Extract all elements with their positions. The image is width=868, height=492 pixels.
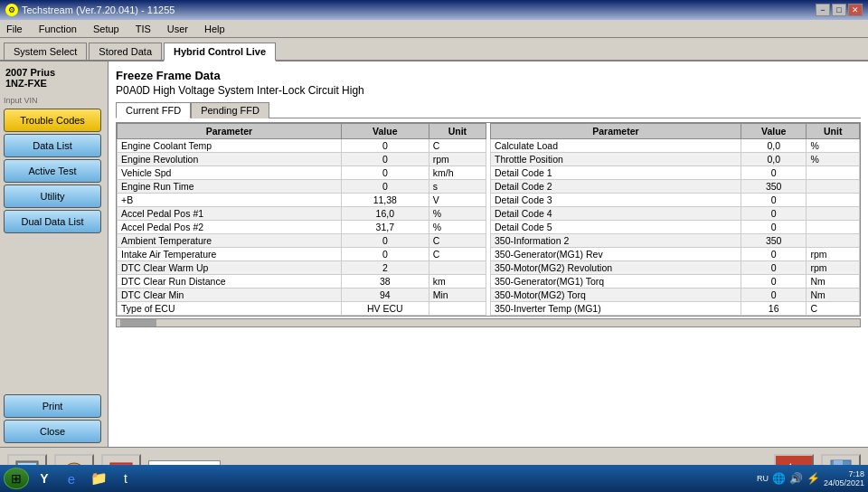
param-name: DTC Clear Min	[118, 289, 342, 302]
table-row: DTC Clear Warm Up2	[118, 261, 486, 275]
param-unit: Nm	[807, 275, 860, 289]
data-tables: Parameter Value Unit Engine Coolant Temp…	[116, 122, 861, 317]
param-value: 0	[341, 180, 429, 194]
param-value: 350	[741, 180, 807, 194]
start-button[interactable]: ⊞	[4, 468, 29, 489]
vehicle-engine: 1NZ-FXE	[5, 78, 102, 89]
param-name: Intake Air Temperature	[118, 248, 342, 261]
param-name: Engine Run Time	[118, 180, 342, 194]
param-unit: rpm	[429, 153, 486, 166]
param-value: 0	[741, 221, 807, 234]
taskbar-app-folder[interactable]: 📁	[87, 468, 110, 489]
horizontal-scrollbar[interactable]	[116, 318, 861, 327]
table-row: DTC Clear Min94Min	[118, 289, 486, 302]
ffd-tab-current[interactable]: Current FFD	[116, 102, 191, 118]
param-name: 350-Information 2	[491, 234, 741, 248]
minimize-button[interactable]: −	[816, 4, 830, 16]
ffd-tab-pending[interactable]: Pending FFD	[191, 102, 269, 118]
dtc-code: P0A0D High Voltage System Inter-Lock Cir…	[116, 84, 861, 97]
tab-system-select[interactable]: System Select	[4, 43, 87, 60]
taskbar-app-yahoo[interactable]: Y	[33, 468, 56, 489]
table-row: 350-Motor(MG2) Revolution0rpm	[491, 261, 860, 275]
table-row: Engine Coolant Temp0C	[118, 139, 486, 153]
sidebar-btn-utility[interactable]: Utility	[4, 184, 101, 208]
menu-file[interactable]: File	[4, 23, 25, 35]
param-value: HV ECU	[341, 302, 429, 316]
param-value: 0	[741, 207, 807, 221]
menu-tis[interactable]: TIS	[133, 23, 154, 35]
param-name: Detail Code 2	[491, 180, 741, 194]
table-row: 350-Generator(MG1) Torq0Nm	[491, 275, 860, 289]
left-col-value: Value	[341, 124, 429, 139]
param-value: 0,0	[741, 153, 807, 166]
param-value: 0	[341, 248, 429, 261]
main-wrapper: 2007 Prius 1NZ-FXE Input VIN Trouble Cod…	[0, 62, 868, 492]
param-unit: Min	[429, 289, 486, 302]
param-value: 2	[341, 261, 429, 275]
param-unit: %	[807, 139, 860, 153]
param-value: 0	[741, 289, 807, 302]
maximize-button[interactable]: □	[832, 4, 846, 16]
vehicle-year-model: 2007 Prius	[5, 67, 102, 78]
sys-tray-lang: RU	[757, 474, 769, 483]
taskbar: ⊞ Y e 📁 t RU 🌐 🔊 ⚡ 7:18 24/05/2021	[0, 465, 868, 492]
clock: 7:18 24/05/2021	[824, 469, 864, 487]
table-row: Engine Revolution0rpm	[118, 153, 486, 166]
table-row: Accel Pedal Pos #231,7%	[118, 221, 486, 234]
table-row: Detail Code 2350	[491, 180, 860, 194]
table-row: Type of ECUHV ECU	[118, 302, 486, 316]
close-button[interactable]: ✕	[848, 4, 863, 16]
param-name: Detail Code 1	[491, 166, 741, 180]
menu-setup[interactable]: Setup	[90, 23, 122, 35]
param-name: 350-Generator(MG1) Rev	[491, 248, 741, 261]
left-data-table: Parameter Value Unit Engine Coolant Temp…	[117, 123, 486, 316]
scroll-thumb[interactable]	[120, 319, 156, 326]
table-row: Detail Code 40	[491, 207, 860, 221]
param-value: 0	[741, 194, 807, 207]
param-unit: %	[429, 221, 486, 234]
title-bar-controls[interactable]: − □ ✕	[816, 4, 863, 16]
menu-function[interactable]: Function	[36, 23, 80, 35]
param-value: 11,38	[341, 194, 429, 207]
table-row: DTC Clear Run Distance38km	[118, 275, 486, 289]
param-name: DTC Clear Warm Up	[118, 261, 342, 275]
tab-bar: System Select Stored Data Hybrid Control…	[0, 38, 868, 62]
taskbar-app-ie[interactable]: e	[60, 468, 83, 489]
param-unit	[807, 166, 860, 180]
tab-stored-data[interactable]: Stored Data	[89, 43, 162, 60]
param-name: +B	[118, 194, 342, 207]
table-row: Calculate Load0,0%	[491, 139, 860, 153]
param-value: 0	[341, 166, 429, 180]
sidebar-bottom: Print Close	[4, 394, 104, 443]
table-row: +B11,38V	[118, 194, 486, 207]
menu-user[interactable]: User	[165, 23, 191, 35]
left-col-parameter: Parameter	[118, 124, 342, 139]
param-unit	[807, 180, 860, 194]
right-data-table: Parameter Value Unit Calculate Load0,0%T…	[490, 123, 860, 316]
param-value: 0	[741, 248, 807, 261]
param-value: 0	[741, 261, 807, 275]
param-unit: rpm	[807, 248, 860, 261]
param-value: 350	[741, 234, 807, 248]
sidebar-btn-trouble-codes[interactable]: Trouble Codes	[4, 109, 101, 132]
sidebar-btn-close[interactable]: Close	[4, 420, 101, 443]
menu-help[interactable]: Help	[202, 23, 228, 35]
sidebar-btn-active-test[interactable]: Active Test	[4, 159, 101, 183]
param-name: Type of ECU	[118, 302, 342, 316]
param-value: 0	[741, 166, 807, 180]
clock-time: 7:18	[824, 469, 864, 478]
table-row: 350-Motor(MG2) Torq0Nm	[491, 289, 860, 302]
table-row: Detail Code 30	[491, 194, 860, 207]
param-value: 0	[741, 275, 807, 289]
sidebar-btn-print[interactable]: Print	[4, 394, 101, 418]
param-unit	[429, 261, 486, 275]
param-name: Vehicle Spd	[118, 166, 342, 180]
sidebar-btn-dual-data-list[interactable]: Dual Data List	[4, 210, 101, 233]
menu-bar: File Function Setup TIS User Help	[0, 20, 868, 38]
app-icon: ⚙	[5, 4, 18, 16]
taskbar-app-t[interactable]: t	[114, 468, 137, 489]
tab-hybrid-control-live[interactable]: Hybrid Control Live	[164, 43, 276, 62]
param-unit: Nm	[807, 289, 860, 302]
sidebar-btn-data-list[interactable]: Data List	[4, 134, 101, 157]
sys-tray-battery: ⚡	[807, 472, 820, 485]
